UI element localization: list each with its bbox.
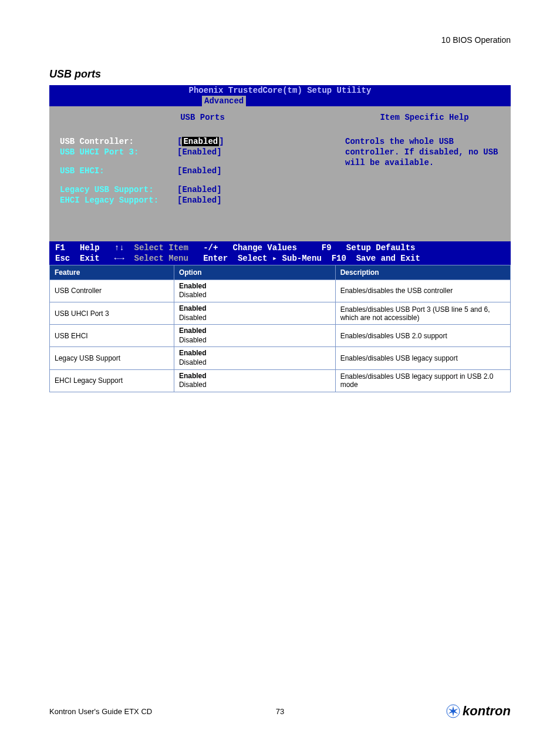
bios-row-ehci-legacy[interactable]: EHCI Legacy Support: [Enabled] bbox=[60, 195, 345, 206]
cell-desc: Enables/disables USB 2.0 support bbox=[335, 325, 510, 347]
bios-label: Legacy USB Support: bbox=[60, 184, 177, 195]
bios-label: USB UHCI Port 3: bbox=[60, 147, 177, 157]
bios-value: [Enabled] bbox=[177, 147, 222, 157]
bios-help-body: Controls the whole USB controller. If di… bbox=[345, 136, 504, 169]
table-row: EHCI Legacy Support EnabledDisabled Enab… bbox=[50, 369, 511, 392]
bios-subtitle: USB Ports bbox=[60, 112, 345, 123]
table-row: Legacy USB Support EnabledDisabled Enabl… bbox=[50, 347, 511, 369]
page-number: 73 bbox=[276, 707, 284, 716]
cell-desc: Enables/disables the USB controller bbox=[335, 280, 510, 302]
th-feature: Feature bbox=[50, 265, 174, 280]
table-row: USB UHCI Port 3 EnabledDisabled Enables/… bbox=[50, 302, 511, 325]
feature-table: Feature Option Description USB Controlle… bbox=[49, 265, 511, 392]
cell-feature: USB EHCI bbox=[50, 325, 174, 347]
bios-value: [Enabled] bbox=[177, 195, 222, 206]
bios-title: Phoenix TrustedCore(tm) Setup Utility bbox=[49, 85, 511, 96]
bios-screenshot: Phoenix TrustedCore(tm) Setup Utility Ad… bbox=[49, 85, 511, 265]
bios-label: USB EHCI: bbox=[60, 166, 177, 176]
bios-footer: F1 Help ↑↓ Select Item -/+ Change Values… bbox=[49, 241, 511, 265]
footer-left: Kontron User's Guide ETX CD bbox=[49, 707, 152, 716]
table-header-row: Feature Option Description bbox=[50, 265, 511, 280]
cell-feature: USB Controller bbox=[50, 280, 174, 302]
th-option: Option bbox=[174, 265, 335, 280]
bios-label: EHCI Legacy Support: bbox=[60, 195, 177, 206]
section-title: USB ports bbox=[49, 68, 511, 80]
bios-menu-bar: Advanced bbox=[49, 96, 511, 106]
bios-row-legacy-usb[interactable]: Legacy USB Support: [Enabled] bbox=[60, 184, 345, 195]
cell-feature: USB UHCI Port 3 bbox=[50, 302, 174, 325]
cell-desc: Enables/disables USB Port 3 (USB line 5 … bbox=[335, 302, 510, 325]
cell-option: EnabledDisabled bbox=[174, 325, 335, 347]
bios-row-ehci[interactable]: USB EHCI: [Enabled] bbox=[60, 166, 345, 176]
bios-value: [Enabled] bbox=[177, 136, 224, 147]
bios-value: [Enabled] bbox=[177, 184, 222, 195]
chapter-heading: 10 BIOS Operation bbox=[49, 35, 511, 45]
th-desc: Description bbox=[335, 265, 510, 280]
cell-option: EnabledDisabled bbox=[174, 280, 335, 302]
bios-value: [Enabled] bbox=[177, 166, 222, 176]
cell-desc: Enables/disables USB legacy support in U… bbox=[335, 369, 510, 392]
cell-option: EnabledDisabled bbox=[174, 369, 335, 392]
table-row: USB EHCI EnabledDisabled Enables/disable… bbox=[50, 325, 511, 347]
bios-row-usb-controller[interactable]: USB Controller: [Enabled] bbox=[60, 136, 345, 147]
cell-desc: Enables/disables USB legacy support bbox=[335, 347, 510, 369]
bios-row-uhci-port3[interactable]: USB UHCI Port 3: [Enabled] bbox=[60, 147, 345, 157]
kontron-logo-icon bbox=[446, 704, 460, 718]
table-row: USB Controller EnabledDisabled Enables/d… bbox=[50, 280, 511, 302]
kontron-logo: kontron bbox=[446, 704, 511, 719]
bios-menu-advanced[interactable]: Advanced bbox=[202, 96, 246, 106]
cell-option: EnabledDisabled bbox=[174, 347, 335, 369]
kontron-logo-text: kontron bbox=[463, 704, 511, 719]
cell-feature: Legacy USB Support bbox=[50, 347, 174, 369]
bios-label: USB Controller: bbox=[60, 136, 177, 147]
cell-feature: EHCI Legacy Support bbox=[50, 369, 174, 392]
bios-help-title: Item Specific Help bbox=[345, 112, 504, 123]
cell-option: EnabledDisabled bbox=[174, 302, 335, 325]
